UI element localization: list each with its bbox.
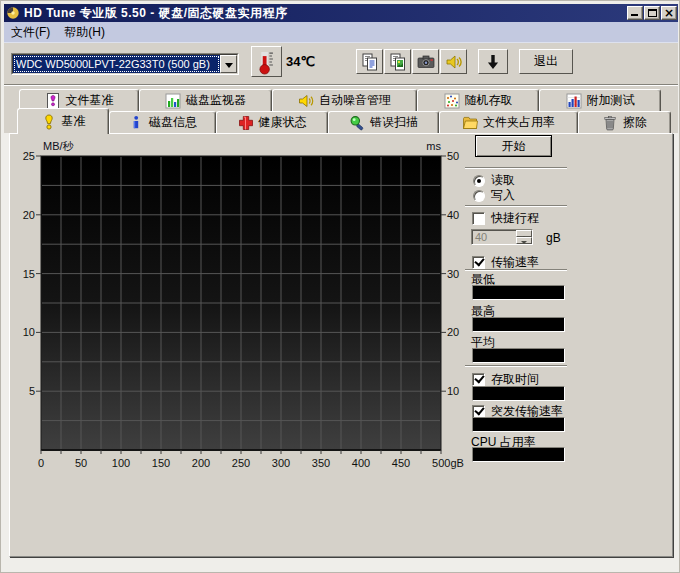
transfer-rate-box[interactable] — [472, 256, 485, 269]
svg-text:MB/秒: MB/秒 — [43, 140, 75, 152]
minimum-value-box — [472, 285, 565, 300]
average-value-box — [472, 348, 565, 363]
folder-usage-icon — [462, 115, 478, 131]
tab-random-access[interactable]: 随机存取 — [417, 89, 539, 111]
svg-text:5: 5 — [29, 385, 35, 397]
separator — [465, 167, 567, 169]
tab-disk-info[interactable]: 磁盘信息 — [109, 111, 216, 133]
copy-text-button[interactable] — [356, 49, 383, 74]
capacity-spinner[interactable]: 40 — [471, 229, 533, 245]
svg-text:250: 250 — [232, 457, 250, 469]
svg-text:400: 400 — [352, 457, 370, 469]
drive-select-value: WDC WD5000LPVT-22G33T0 (500 gB) — [13, 55, 220, 73]
tab-erase[interactable]: 擦除 — [578, 111, 671, 133]
short-stroke-label: 快捷行程 — [491, 210, 539, 227]
camera-icon — [416, 52, 436, 72]
radio-read-circle[interactable] — [473, 175, 485, 187]
tab-health[interactable]: 健康状态 — [216, 111, 328, 133]
tab-aam[interactable]: 自动噪音管理 — [272, 89, 417, 111]
close-button[interactable]: × — [661, 6, 677, 20]
spin-down-button[interactable] — [516, 237, 532, 244]
tab-extra-tests[interactable]: 附加测试 — [539, 89, 661, 111]
maximize-button[interactable] — [644, 6, 660, 20]
access-time-box[interactable] — [472, 373, 485, 386]
erase-icon — [602, 115, 618, 131]
tab-label: 自动噪音管理 — [319, 92, 391, 109]
minimize-icon — [631, 14, 638, 16]
svg-text:50: 50 — [447, 150, 459, 162]
cpu-usage-value-box — [472, 447, 565, 462]
radio-write-label: 写入 — [491, 187, 515, 204]
window-title: HD Tune 专业版 5.50 - 硬盘/固态硬盘实用程序 — [24, 5, 287, 22]
sound-button[interactable] — [440, 49, 467, 74]
svg-text:200: 200 — [192, 457, 210, 469]
benchmark-icon — [41, 114, 57, 130]
drive-select-arrow[interactable] — [220, 55, 237, 73]
menu-bar: 文件(F) 帮助(H) — [4, 22, 678, 43]
disk-monitor-icon — [165, 93, 181, 109]
save-results-button[interactable] — [478, 49, 508, 74]
svg-text:350: 350 — [312, 457, 330, 469]
svg-text:20: 20 — [23, 209, 35, 221]
svg-text:15: 15 — [23, 268, 35, 280]
svg-text:10: 10 — [23, 326, 35, 338]
minimize-button[interactable] — [627, 6, 643, 20]
radio-write[interactable]: 写入 — [473, 187, 515, 204]
separator — [465, 205, 567, 207]
copy-image-button[interactable] — [384, 49, 411, 74]
tab-benchmark[interactable]: 基准 — [17, 108, 109, 134]
start-label: 开始 — [502, 138, 526, 155]
spin-up-button[interactable] — [516, 230, 532, 237]
capacity-unit-label: gB — [546, 231, 561, 245]
maximum-value-box — [472, 317, 565, 332]
exit-label: 退出 — [534, 53, 558, 70]
tab-label: 基准 — [62, 113, 86, 130]
health-icon — [238, 115, 254, 131]
close-icon: × — [662, 6, 676, 20]
app-icon — [6, 6, 20, 20]
random-access-icon — [444, 93, 460, 109]
svg-text:20: 20 — [447, 326, 459, 338]
access-time-value-box — [472, 386, 565, 401]
svg-text:10: 10 — [447, 385, 459, 397]
svg-text:ms: ms — [426, 140, 441, 152]
tab-label: 磁盘信息 — [149, 114, 197, 131]
temperature-button[interactable] — [251, 46, 282, 77]
title-bar: HD Tune 专业版 5.50 - 硬盘/固态硬盘实用程序 — [4, 4, 678, 22]
copy-image-icon — [388, 52, 408, 72]
separator — [465, 365, 567, 367]
drive-select[interactable]: WDC WD5000LPVT-22G33T0 (500 gB) — [11, 53, 239, 75]
tab-label: 擦除 — [623, 114, 647, 131]
menu-help[interactable]: 帮助(H) — [57, 22, 112, 43]
svg-text:0: 0 — [38, 457, 44, 469]
svg-text:300: 300 — [272, 457, 290, 469]
svg-text:25: 25 — [23, 150, 35, 162]
screenshot-button[interactable] — [412, 49, 439, 74]
tab-label: 附加测试 — [587, 92, 635, 109]
short-stroke-box[interactable] — [472, 212, 485, 225]
tab-label: 磁盘监视器 — [186, 92, 246, 109]
svg-text:500gB: 500gB — [432, 457, 464, 469]
tab-error-scan[interactable]: 错误扫描 — [328, 111, 439, 133]
down-arrow-icon — [483, 52, 503, 72]
start-button[interactable]: 开始 — [475, 135, 552, 157]
tab-folder-usage[interactable]: 文件夹占用率 — [439, 111, 578, 133]
tab-label: 错误扫描 — [370, 114, 418, 131]
svg-text:100: 100 — [112, 457, 130, 469]
aam-icon — [298, 93, 314, 109]
maximize-icon — [648, 9, 657, 17]
capacity-value: 40 — [472, 230, 516, 244]
sound-icon — [444, 52, 464, 72]
radio-write-circle[interactable] — [473, 190, 485, 202]
exit-button[interactable]: 退出 — [519, 49, 573, 74]
file-benchmark-icon — [45, 93, 61, 109]
burst-rate-value-box — [472, 417, 565, 432]
tab-disk-monitor[interactable]: 磁盘监视器 — [139, 89, 272, 111]
menu-file[interactable]: 文件(F) — [4, 22, 57, 43]
svg-text:450: 450 — [392, 457, 410, 469]
tab-label: 文件基准 — [66, 92, 114, 109]
app-window: HD Tune 专业版 5.50 - 硬盘/固态硬盘实用程序 × 文件(F) 帮… — [0, 0, 680, 573]
short-stroke-checkbox[interactable]: 快捷行程 — [472, 210, 539, 227]
temperature-value: 34℃ — [286, 54, 315, 69]
benchmark-chart: 2520151055040302010050100150200250300350… — [9, 133, 673, 481]
